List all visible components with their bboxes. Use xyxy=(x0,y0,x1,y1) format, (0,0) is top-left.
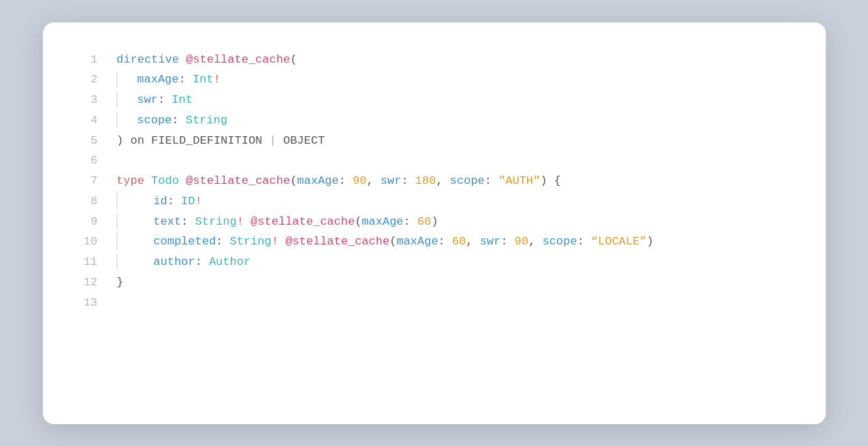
token-field-name: text xyxy=(153,215,181,228)
token-param-val: 90 xyxy=(515,235,528,248)
token-punctuation: , xyxy=(366,174,380,187)
token-param-name: swr xyxy=(381,174,402,187)
token-field-name: maxAge xyxy=(137,73,178,86)
token-directive-name: @stellate_cache xyxy=(179,53,290,66)
line-number: 11 xyxy=(57,252,117,272)
token-directive-name: @stellate_cache xyxy=(278,235,389,248)
line-number: 10 xyxy=(57,232,117,252)
indent-bar xyxy=(116,193,125,209)
token-field-def: OBJECT xyxy=(276,134,325,147)
line-number: 8 xyxy=(57,191,117,212)
line-content xyxy=(116,150,811,171)
token-punctuation: : xyxy=(216,235,229,248)
token-punctuation: , xyxy=(528,235,542,248)
code-line: 12} xyxy=(57,272,812,293)
line-number: 2 xyxy=(57,69,117,90)
line-content: type Todo @stellate_cache(maxAge: 90, sw… xyxy=(116,171,811,191)
line-number: 9 xyxy=(57,212,117,232)
line-content: scope: String xyxy=(116,110,811,131)
token-field-def: FIELD_DEFINITION xyxy=(144,134,270,147)
token-punctuation: : xyxy=(179,73,193,86)
token-param-name: swr xyxy=(480,235,501,248)
token-bang: ! xyxy=(214,73,221,86)
token-directive-name: @stellate_cache xyxy=(186,174,290,187)
line-content: ) on FIELD_DEFINITION | OBJECT xyxy=(116,131,811,151)
token-param-name: scope xyxy=(450,174,485,187)
token-param-name: maxAge xyxy=(396,235,438,248)
line-content: maxAge: Int! xyxy=(116,69,811,90)
indent-bar xyxy=(116,213,125,229)
token-type-ref: ID xyxy=(181,195,195,208)
token-punctuation: : xyxy=(181,215,195,228)
token-kw-directive: directive xyxy=(116,53,179,66)
token-type-ref: String xyxy=(230,235,272,248)
token-punctuation: : xyxy=(172,114,185,127)
token-punctuation: : xyxy=(195,255,209,268)
token-type-ref: Int xyxy=(172,93,193,106)
token-punctuation: : xyxy=(485,174,498,187)
code-table: 1directive @stellate_cache(2 maxAge: Int… xyxy=(57,50,812,313)
line-number: 13 xyxy=(57,293,117,313)
token-punctuation: : xyxy=(438,235,452,248)
token-kw-type: type xyxy=(116,174,144,187)
token-type-ref: String xyxy=(195,215,237,228)
token-field-name: author xyxy=(153,255,195,268)
token-string-val: “LOCALE” xyxy=(591,235,647,248)
token-field-name: id xyxy=(153,195,167,208)
line-content: completed: String! @stellate_cache(maxAg… xyxy=(116,232,811,252)
token-type-ref: Int xyxy=(193,73,214,86)
token-punctuation: : xyxy=(158,93,172,106)
indent-bar xyxy=(116,71,125,88)
token-field-name: scope xyxy=(137,114,172,127)
code-line: 11 author: Author xyxy=(57,252,812,272)
code-line: 13 xyxy=(57,293,812,313)
token-punctuation: : xyxy=(401,174,415,187)
token-type-ref: Author xyxy=(209,255,251,268)
token-param-name: scope xyxy=(543,235,577,248)
line-content: } xyxy=(116,272,811,293)
code-line: 10 completed: String! @stellate_cache(ma… xyxy=(57,232,812,252)
token-punctuation: , xyxy=(466,235,479,248)
token-brace: } xyxy=(116,276,123,289)
indent-bar xyxy=(116,112,125,128)
token-param-val: 180 xyxy=(415,174,436,187)
token-punctuation: : xyxy=(577,235,591,248)
token-punctuation: : xyxy=(339,174,353,187)
token-field-name: completed xyxy=(153,235,216,248)
token-punctuation: ) xyxy=(431,215,438,228)
token-punctuation: ) xyxy=(116,134,130,147)
code-line: 6 xyxy=(57,150,812,171)
token-type-name: Todo xyxy=(144,174,186,187)
token-punctuation: : xyxy=(167,195,181,208)
line-number: 6 xyxy=(57,150,117,171)
token-param-name: maxAge xyxy=(361,215,403,228)
line-content xyxy=(116,293,811,313)
token-punctuation: : xyxy=(404,215,417,228)
token-on-kw: on xyxy=(130,134,144,147)
line-number: 12 xyxy=(57,272,117,293)
token-punctuation: ) { xyxy=(540,174,561,187)
line-content: swr: Int xyxy=(116,90,811,110)
token-punctuation: ( xyxy=(389,235,396,248)
indent-bar xyxy=(116,234,125,250)
code-line: 9 text: String! @stellate_cache(maxAge: … xyxy=(57,212,812,232)
token-string-val: "AUTH" xyxy=(498,174,540,187)
token-param-val: 90 xyxy=(353,174,366,187)
token-punctuation: : xyxy=(500,235,514,248)
code-line: 7type Todo @stellate_cache(maxAge: 90, s… xyxy=(57,171,812,191)
code-editor-window: 1directive @stellate_cache(2 maxAge: Int… xyxy=(43,22,826,424)
code-line: 1directive @stellate_cache( xyxy=(57,50,812,70)
code-line: 4 scope: String xyxy=(57,110,812,131)
line-content: id: ID! xyxy=(116,191,811,212)
token-punctuation: , xyxy=(436,174,449,187)
token-bang: ! xyxy=(195,195,202,208)
code-line: 5) on FIELD_DEFINITION | OBJECT xyxy=(57,131,812,151)
line-number: 4 xyxy=(57,110,117,131)
token-punctuation: ( xyxy=(290,174,297,187)
token-bang: ! xyxy=(272,235,278,248)
token-param-name: maxAge xyxy=(297,174,338,187)
indent-bar xyxy=(116,92,125,108)
line-number: 3 xyxy=(57,90,117,110)
line-content: author: Author xyxy=(116,252,811,272)
line-number: 5 xyxy=(57,131,117,151)
